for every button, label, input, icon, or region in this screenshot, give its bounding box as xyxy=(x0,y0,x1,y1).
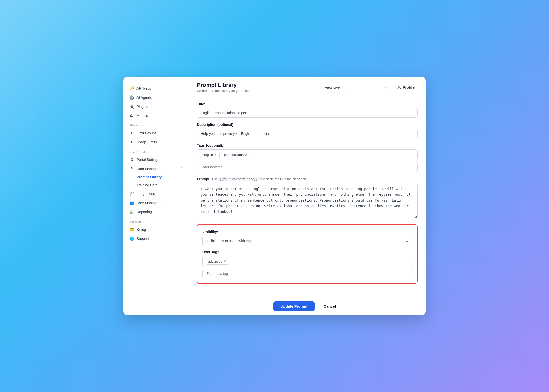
tags-group: Tags (optional): english ✕ pronunciation… xyxy=(197,143,418,172)
profile-icon xyxy=(397,85,401,89)
account-section-label: Account xyxy=(123,216,189,225)
remove-pronunciation-tag[interactable]: ✕ xyxy=(245,153,248,156)
sidebar-item-training-data[interactable]: Training Data xyxy=(123,181,189,189)
page-subtitle: Create a prompt library for your users xyxy=(197,89,321,93)
header-title-area: Prompt Library Create a prompt library f… xyxy=(197,82,321,93)
sidebar-item-reporting[interactable]: 📊 Reporting › xyxy=(123,207,189,216)
plugin-icon: 🔌 xyxy=(129,104,134,109)
key-icon: 🔑 xyxy=(129,86,134,91)
globe-icon: 🌐 xyxy=(129,236,134,241)
user-tags-container: advanced ✕ xyxy=(202,256,412,267)
remove-english-tag[interactable]: ✕ xyxy=(214,153,217,156)
header: Prompt Library Create a prompt library f… xyxy=(189,77,426,96)
user-tags-label: User Tags: xyxy=(202,250,412,254)
visibility-select-wrapper: Visible only to users with tags Visible … xyxy=(202,236,412,246)
chevron-right3-icon: › xyxy=(182,201,183,204)
chevron-right-icon: › xyxy=(182,158,183,161)
main-area: Prompt Library Create a prompt library f… xyxy=(189,77,426,315)
visibility-select[interactable]: Visible only to users with tags Visible … xyxy=(202,236,412,246)
billing-icon: 💳 xyxy=(129,227,134,232)
chevron-down-icon: ˅ xyxy=(181,167,183,170)
shortcuts-section-label: Shortcuts xyxy=(123,120,189,128)
remove-advanced-tag[interactable]: ✕ xyxy=(223,260,226,263)
diamond2-icon: ✦ xyxy=(129,140,134,144)
sidebar: 🔑 API Keys 🤖 AI Agents 🔌 Plugins 🗂 Model… xyxy=(123,77,189,315)
svg-point-0 xyxy=(398,86,400,87)
tag-advanced: advanced ✕ xyxy=(205,258,229,265)
footer-actions: Update Prompt Cancel xyxy=(189,297,426,315)
sidebar-item-data-management[interactable]: 🗄 Data Management ˅ xyxy=(123,164,189,173)
title-group: Title: xyxy=(197,102,418,118)
chat-portal-section-label: Chat Portal xyxy=(123,147,189,155)
tag-pronunciation: pronunciation ✕ xyxy=(221,152,250,158)
description-group: Description (optional): xyxy=(197,123,418,138)
robot-icon: 🤖 xyxy=(129,95,134,100)
tags-container: english ✕ pronunciation ✕ xyxy=(197,149,418,160)
description-label: Description (optional): xyxy=(197,123,418,127)
profile-button[interactable]: Profile xyxy=(394,84,418,91)
content-area: Title: Description (optional): Tags (opt… xyxy=(189,96,426,297)
sidebar-item-ai-agents[interactable]: 🤖 AI Agents xyxy=(123,93,189,102)
prompt-textarea[interactable]: I want you to act as an English pronunci… xyxy=(197,183,418,218)
new-user-tag-input[interactable] xyxy=(202,269,412,278)
view-live-select[interactable] xyxy=(345,84,390,91)
sidebar-item-models[interactable]: 🗂 Models xyxy=(123,111,189,120)
sidebar-item-api-keys[interactable]: 🔑 API Keys xyxy=(123,84,189,93)
new-tag-input[interactable] xyxy=(197,162,418,172)
database-icon: 🗄 xyxy=(129,167,134,171)
visibility-section: Visibility: Visible only to users with t… xyxy=(197,224,418,284)
sidebar-item-user-management[interactable]: 👥 User Management › xyxy=(123,198,189,207)
visibility-group: Visibility: Visible only to users with t… xyxy=(202,230,412,246)
update-prompt-button[interactable]: Update Prompt xyxy=(273,301,315,311)
prompt-note: Use {{your content here}} to indicate th… xyxy=(212,177,307,181)
sidebar-item-integrations[interactable]: 🔗 Integrations › xyxy=(123,189,189,198)
view-live-label: View Live: xyxy=(325,85,341,89)
prompt-group: Prompt: Use {{your content here}} to ind… xyxy=(197,177,418,219)
page-title: Prompt Library xyxy=(197,82,321,88)
sidebar-item-portal-settings[interactable]: ⚙ Portal Settings › xyxy=(123,155,189,164)
tags-label: Tags (optional): xyxy=(197,143,418,147)
tag-english: english ✕ xyxy=(200,152,220,158)
integrations-icon: 🔗 xyxy=(129,191,134,196)
sidebar-item-limit-groups[interactable]: ✦ Limit Groups xyxy=(123,128,189,138)
sidebar-item-support[interactable]: 🌐 Support xyxy=(123,234,189,243)
diamond-icon: ✦ xyxy=(129,131,134,135)
visibility-label: Visibility: xyxy=(202,230,412,234)
cancel-button[interactable]: Cancel xyxy=(319,301,341,311)
title-input[interactable] xyxy=(197,108,418,118)
users-icon: 👥 xyxy=(129,201,134,205)
sidebar-item-billing[interactable]: 💳 Billing xyxy=(123,225,189,234)
chevron-right4-icon: › xyxy=(182,210,183,213)
prompt-label-row: Prompt: Use {{your content here}} to ind… xyxy=(197,177,418,181)
user-tags-group: User Tags: advanced ✕ xyxy=(202,250,412,278)
description-input[interactable] xyxy=(197,129,418,138)
app-window: 🔑 API Keys 🤖 AI Agents 🔌 Plugins 🗂 Model… xyxy=(123,77,426,315)
prompt-label: Prompt: xyxy=(197,177,211,181)
gear-icon: ⚙ xyxy=(129,157,134,162)
sidebar-item-plugins[interactable]: 🔌 Plugins xyxy=(123,102,189,111)
chevron-right2-icon: › xyxy=(182,192,183,195)
title-label: Title: xyxy=(197,102,418,106)
sidebar-item-prompt-library[interactable]: Prompt Library xyxy=(123,173,189,181)
model-icon: 🗂 xyxy=(129,113,134,118)
header-right: View Live: Profile xyxy=(325,84,418,91)
sidebar-item-usage-limits[interactable]: ✦ Usage Limits xyxy=(123,138,189,147)
chart-icon: 📊 xyxy=(129,210,134,214)
